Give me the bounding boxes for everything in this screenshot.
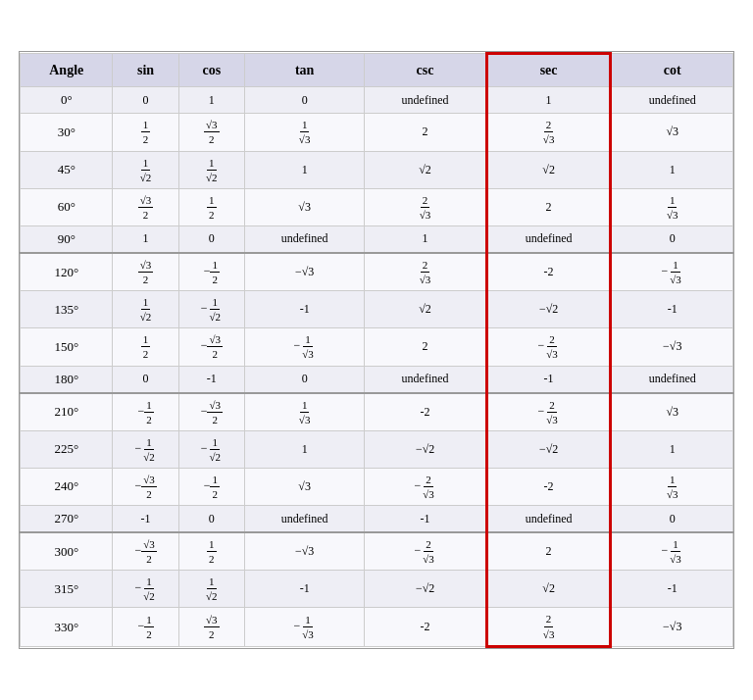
cell-sin: −√32 xyxy=(113,532,178,571)
cell-tan: 1√3 xyxy=(244,114,364,151)
cell-cos: √32 xyxy=(178,608,244,646)
cell-sin: 0 xyxy=(113,366,178,393)
cell-sec: -1 xyxy=(486,366,611,393)
cell-tan: −1√3 xyxy=(244,328,364,366)
cell-cos: 12 xyxy=(178,532,244,571)
cell-angle: 60° xyxy=(21,188,113,225)
cell-cot: 1√3 xyxy=(611,468,733,505)
cell-tan: -1 xyxy=(244,571,364,608)
cell-tan: undefined xyxy=(244,225,364,253)
cell-sec: −√2 xyxy=(486,430,611,468)
cell-angle: 315° xyxy=(21,571,113,608)
cell-cot: 0 xyxy=(611,506,733,533)
cell-cot: 1√3 xyxy=(611,188,733,225)
cell-angle: 270° xyxy=(21,506,113,533)
cell-sin: √32 xyxy=(113,253,178,291)
cell-tan: undefined xyxy=(244,506,364,533)
cell-cot: 0 xyxy=(611,225,733,253)
cell-csc: 2√3 xyxy=(365,253,486,291)
cell-sin: −√32 xyxy=(113,468,178,505)
cell-angle: 30° xyxy=(21,114,113,151)
cell-csc: undefined xyxy=(365,366,486,393)
cell-sec: −2√3 xyxy=(486,393,611,431)
cell-sin: 12 xyxy=(113,328,178,366)
cell-sec: -2 xyxy=(486,253,611,291)
trig-table-wrapper: Angle sin cos tan csc sec cot 0°010undef… xyxy=(19,51,734,648)
cell-sec: undefined xyxy=(486,225,611,253)
cell-cos: 12 xyxy=(178,188,244,225)
cell-cos: 0 xyxy=(178,225,244,253)
cell-csc: undefined xyxy=(365,87,486,114)
cell-sin: √32 xyxy=(113,188,178,225)
cell-csc: 2 xyxy=(365,328,486,366)
cell-angle: 90° xyxy=(21,225,113,253)
cell-csc: √2 xyxy=(365,291,486,328)
cell-angle: 330° xyxy=(21,608,113,646)
cell-cos: −1√2 xyxy=(178,291,244,328)
cell-cos: −12 xyxy=(178,468,244,505)
cell-cot: 1 xyxy=(611,151,733,188)
cell-tan: 0 xyxy=(244,87,364,114)
cell-cos: −√32 xyxy=(178,328,244,366)
cell-sin: 1√2 xyxy=(113,151,178,188)
header-sin: sin xyxy=(113,54,178,87)
cell-csc: √2 xyxy=(365,151,486,188)
header-angle: Angle xyxy=(21,54,113,87)
cell-sec: -2 xyxy=(486,468,611,505)
cell-cos: 1√2 xyxy=(178,151,244,188)
cell-cos: 1 xyxy=(178,87,244,114)
cell-csc: -1 xyxy=(365,506,486,533)
cell-angle: 300° xyxy=(21,532,113,571)
cell-sec: 2√3 xyxy=(486,114,611,151)
cell-tan: √3 xyxy=(244,188,364,225)
cell-cot: √3 xyxy=(611,393,733,431)
cell-sec: 2 xyxy=(486,188,611,225)
cell-angle: 210° xyxy=(21,393,113,431)
cell-sin: −1√2 xyxy=(113,571,178,608)
cell-cot: −√3 xyxy=(611,608,733,646)
cell-cot: undefined xyxy=(611,87,733,114)
cell-sin: −12 xyxy=(113,393,178,431)
cell-tan: −√3 xyxy=(244,532,364,571)
cell-angle: 45° xyxy=(21,151,113,188)
cell-sin: −12 xyxy=(113,608,178,646)
cell-angle: 225° xyxy=(21,430,113,468)
cell-cos: 0 xyxy=(178,506,244,533)
cell-csc: −2√3 xyxy=(365,532,486,571)
cell-angle: 150° xyxy=(21,328,113,366)
cell-sec: 2 xyxy=(486,532,611,571)
cell-csc: 2 xyxy=(365,114,486,151)
cell-sin: 0 xyxy=(113,87,178,114)
cell-csc: -2 xyxy=(365,393,486,431)
header-cos: cos xyxy=(178,54,244,87)
header-sec: sec xyxy=(486,54,611,87)
cell-cos: 1√2 xyxy=(178,571,244,608)
cell-csc: −√2 xyxy=(365,571,486,608)
cell-cot: −√3 xyxy=(611,328,733,366)
cell-angle: 180° xyxy=(21,366,113,393)
cell-angle: 135° xyxy=(21,291,113,328)
cell-cot: √3 xyxy=(611,114,733,151)
cell-sec: √2 xyxy=(486,571,611,608)
cell-sin: -1 xyxy=(113,506,178,533)
cell-tan: 0 xyxy=(244,366,364,393)
cell-tan: 1√3 xyxy=(244,393,364,431)
cell-angle: 120° xyxy=(21,253,113,291)
cell-tan: √3 xyxy=(244,468,364,505)
cell-csc: −√2 xyxy=(365,430,486,468)
cell-sec: undefined xyxy=(486,506,611,533)
cell-tan: 1 xyxy=(244,430,364,468)
cell-cot: −1√3 xyxy=(611,253,733,291)
cell-sin: −1√2 xyxy=(113,430,178,468)
cell-cos: −1√2 xyxy=(178,430,244,468)
cell-cos: −12 xyxy=(178,253,244,291)
cell-sec: −√2 xyxy=(486,291,611,328)
cell-tan: −1√3 xyxy=(244,608,364,646)
cell-cot: -1 xyxy=(611,291,733,328)
cell-sin: 1 xyxy=(113,225,178,253)
cell-cot: undefined xyxy=(611,366,733,393)
trig-table: Angle sin cos tan csc sec cot 0°010undef… xyxy=(20,52,733,647)
header-cot: cot xyxy=(611,54,733,87)
cell-csc: -2 xyxy=(365,608,486,646)
cell-cos: √32 xyxy=(178,114,244,151)
